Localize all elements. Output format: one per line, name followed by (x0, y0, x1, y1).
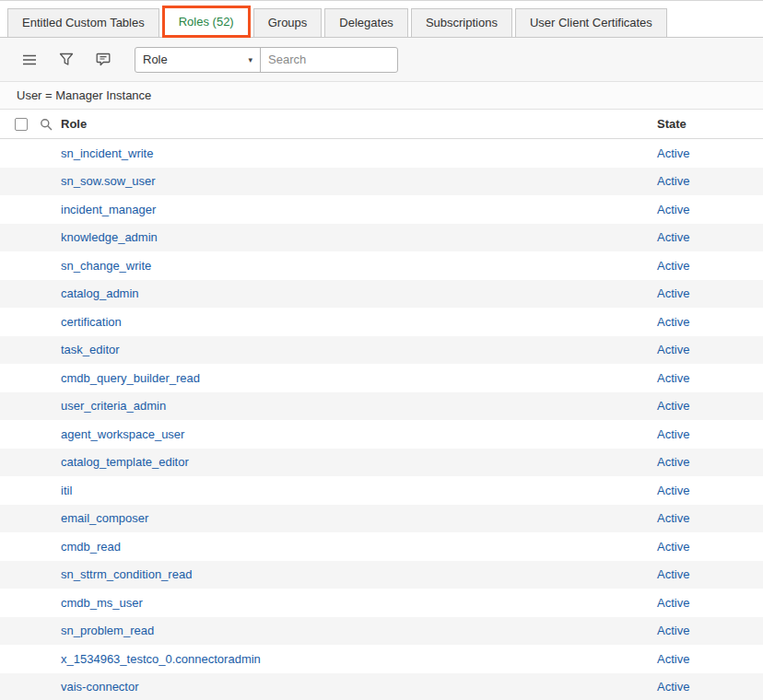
column-header-role[interactable]: Role (61, 110, 87, 139)
state-value[interactable]: Active (657, 567, 689, 581)
tab-groups[interactable]: Groups (253, 8, 323, 37)
state-value[interactable]: Active (657, 624, 689, 637)
table-row: email_composerActive (0, 505, 763, 533)
state-value[interactable]: Active (657, 315, 689, 329)
filter-breadcrumb[interactable]: User = Manager Instance (0, 82, 763, 110)
search-column-select[interactable]: Role ▾ (135, 48, 261, 72)
tab-delegates[interactable]: Delegates (324, 8, 408, 37)
search-input[interactable] (261, 48, 397, 72)
search-icon-glyph (40, 118, 53, 131)
table-row: user_criteria_adminActive (0, 392, 763, 421)
column-header-state[interactable]: State (657, 110, 687, 139)
state-value[interactable]: Active (657, 230, 689, 244)
role-link[interactable]: sn_problem_read (61, 624, 154, 637)
table-row: sn_incident_writeActive (0, 139, 763, 168)
table-row: task_editorActive (0, 336, 763, 365)
table-row: sn_sow.sow_userActive (0, 168, 763, 196)
role-link[interactable]: incident_manager (61, 203, 156, 216)
state-value[interactable]: Active (657, 596, 689, 610)
chevron-down-icon: ▾ (248, 55, 252, 64)
table-row: knowledge_adminActive (0, 224, 763, 252)
role-link[interactable]: agent_workspace_user (61, 427, 184, 441)
related-list-panel: Entitled Custom TablesRoles (52)GroupsDe… (0, 0, 763, 700)
table-row: cmdb_readActive (0, 532, 763, 561)
role-link[interactable]: catalog_template_editor (61, 455, 189, 469)
state-value[interactable]: Active (657, 652, 689, 666)
tab-entitled-custom-tables[interactable]: Entitled Custom Tables (7, 8, 159, 37)
filter-icon[interactable] (55, 49, 77, 71)
tab-bar: Entitled Custom TablesRoles (52)GroupsDe… (0, 1, 763, 38)
table-row: cmdb_ms_userActive (0, 589, 763, 617)
table-row: sn_change_writeActive (0, 251, 763, 280)
search-column-value: Role (143, 52, 168, 66)
activity-stream-icon-glyph (96, 52, 111, 66)
role-link[interactable]: cmdb_query_builder_read (61, 371, 200, 385)
search-icon[interactable] (40, 118, 53, 131)
state-value[interactable]: Active (657, 680, 689, 694)
state-value[interactable]: Active (657, 286, 689, 300)
role-link[interactable]: vais-connector (61, 680, 139, 694)
role-link[interactable]: cmdb_read (61, 540, 121, 554)
list-search-group: Role ▾ (135, 47, 398, 73)
state-value[interactable]: Active (657, 399, 689, 413)
state-value[interactable]: Active (657, 146, 689, 160)
role-link[interactable]: certification (61, 315, 122, 329)
tab-roles-52[interactable]: Roles (52) (162, 6, 251, 38)
role-link[interactable]: sn_incident_write (61, 146, 153, 160)
table-row: itilActive (0, 476, 763, 505)
table-row: cmdb_query_builder_readActive (0, 364, 763, 392)
state-value[interactable]: Active (657, 174, 689, 188)
tab-subscriptions[interactable]: Subscriptions (411, 8, 512, 37)
state-value[interactable]: Active (657, 484, 689, 497)
table-row: incident_managerActive (0, 195, 763, 224)
role-link[interactable]: itil (61, 484, 72, 497)
select-all-checkbox[interactable] (15, 118, 28, 131)
state-value[interactable]: Active (657, 427, 689, 441)
list-body: sn_incident_writeActivesn_sow.sow_userAc… (0, 139, 763, 700)
state-value[interactable]: Active (657, 371, 689, 385)
role-link[interactable]: sn_change_write (61, 259, 151, 273)
role-link[interactable]: knowledge_admin (61, 230, 158, 244)
state-value[interactable]: Active (657, 259, 689, 273)
state-value[interactable]: Active (657, 540, 689, 554)
role-link[interactable]: sn_sttrm_condition_read (61, 567, 192, 581)
role-link[interactable]: x_1534963_testco_0.connectoradmin (61, 652, 261, 666)
role-link[interactable]: task_editor (61, 343, 120, 356)
role-link[interactable]: email_composer (61, 511, 148, 525)
list-menu-icon[interactable] (18, 49, 41, 71)
table-row: x_1534963_testco_0.connectoradminActive (0, 645, 763, 673)
list-menu-icon-glyph (22, 53, 37, 66)
state-value[interactable]: Active (657, 511, 689, 525)
role-link[interactable]: catalog_admin (61, 286, 139, 300)
tab-user-client-certificates[interactable]: User Client Certificates (515, 8, 667, 37)
state-value[interactable]: Active (657, 203, 689, 216)
list-toolbar: Role ▾ (0, 38, 763, 82)
table-row: sn_problem_readActive (0, 617, 763, 646)
filter-breadcrumb-text: User = Manager Instance (17, 88, 151, 102)
state-value[interactable]: Active (657, 455, 689, 469)
table-row: sn_sttrm_condition_readActive (0, 561, 763, 589)
role-link[interactable]: sn_sow.sow_user (61, 174, 156, 188)
state-value[interactable]: Active (657, 343, 689, 356)
table-row: certificationActive (0, 308, 763, 336)
role-link[interactable]: user_criteria_admin (61, 399, 166, 413)
filter-icon-glyph (59, 52, 74, 66)
list-header: Role State (0, 110, 763, 139)
table-row: vais-connectorActive (0, 673, 763, 700)
activity-stream-icon[interactable] (92, 49, 114, 71)
table-row: agent_workspace_userActive (0, 420, 763, 449)
role-link[interactable]: cmdb_ms_user (61, 596, 143, 610)
table-row: catalog_adminActive (0, 280, 763, 309)
table-row: catalog_template_editorActive (0, 449, 763, 477)
